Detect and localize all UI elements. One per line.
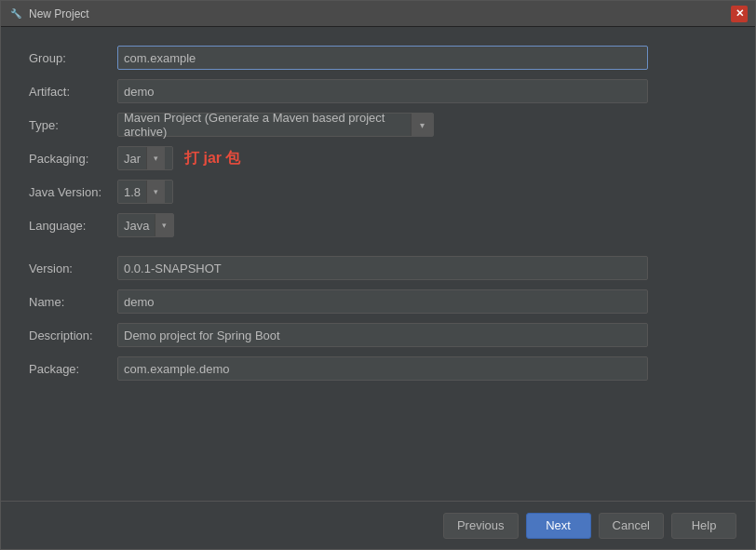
help-button[interactable]: Help (671, 513, 736, 539)
language-row: Language: Java ▾ (29, 213, 727, 237)
previous-button[interactable]: Previous (443, 513, 519, 539)
packaging-dropdown-arrow[interactable]: ▾ (146, 147, 165, 169)
window-title: New Project (29, 7, 731, 20)
packaging-annotation: 打 jar 包 (184, 149, 240, 168)
close-button[interactable]: ✕ (731, 6, 748, 22)
version-label: Version: (29, 262, 117, 275)
language-dropdown-arrow[interactable]: ▾ (155, 214, 173, 236)
java-version-select-value: 1.8 (124, 185, 141, 199)
title-bar: 🔧 New Project ✕ (1, 1, 755, 27)
description-row: Description: (29, 323, 727, 347)
description-label: Description: (29, 329, 117, 342)
artifact-input[interactable] (117, 79, 648, 103)
arrow-down-icon: ▾ (154, 187, 158, 196)
group-input[interactable] (117, 46, 648, 70)
type-row: Type: Maven Project (Generate a Maven ba… (29, 113, 727, 137)
language-select-value: Java (124, 219, 149, 233)
type-label: Type: (29, 118, 117, 132)
group-label: Group: (29, 51, 117, 65)
java-version-label: Java Version: (29, 185, 117, 199)
packaging-row: Packaging: Jar ▾ 打 jar 包 (29, 146, 727, 170)
description-input[interactable] (117, 323, 648, 347)
window-icon: 🔧 (8, 7, 23, 21)
artifact-label: Artifact: (29, 85, 117, 99)
package-input[interactable] (117, 356, 648, 381)
type-select-value: Maven Project (Generate a Maven based pr… (124, 111, 411, 139)
footer: Previous Next Cancel Help (1, 501, 755, 549)
arrow-down-icon: ▾ (420, 120, 425, 130)
cancel-button[interactable]: Cancel (599, 513, 664, 539)
java-version-dropdown-arrow[interactable]: ▾ (146, 181, 165, 203)
java-version-row: Java Version: 1.8 ▾ (29, 180, 727, 204)
packaging-select-value: Jar (124, 152, 141, 166)
artifact-row: Artifact: (29, 79, 727, 103)
java-version-select[interactable]: 1.8 ▾ (117, 180, 173, 204)
type-dropdown-arrow[interactable]: ▾ (411, 114, 433, 136)
form-content: Group: Artifact: Type: Maven Project (Ge… (1, 27, 755, 501)
package-row: Package: (29, 356, 727, 381)
arrow-down-icon: ▾ (162, 221, 167, 230)
name-input[interactable] (117, 289, 648, 314)
type-select[interactable]: Maven Project (Generate a Maven based pr… (117, 113, 434, 137)
name-label: Name: (29, 295, 117, 309)
packaging-select[interactable]: Jar ▾ (117, 146, 173, 170)
language-label: Language: (29, 219, 117, 233)
group-row: Group: (29, 46, 727, 70)
close-icon: ✕ (736, 7, 744, 20)
new-project-window: 🔧 New Project ✕ Group: Artifact: Type: M… (0, 0, 756, 550)
name-row: Name: (29, 289, 727, 314)
arrow-down-icon: ▾ (154, 154, 158, 163)
language-select[interactable]: Java ▾ (117, 213, 174, 237)
version-row: Version: (29, 256, 727, 280)
version-input[interactable] (117, 256, 648, 280)
next-button[interactable]: Next (526, 513, 591, 539)
package-label: Package: (29, 362, 117, 376)
packaging-label: Packaging: (29, 152, 117, 166)
